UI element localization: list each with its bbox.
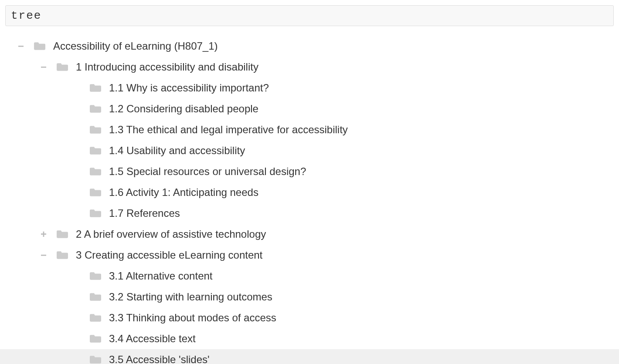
expand-icon[interactable]: + [38,229,49,239]
folder-icon [90,83,101,93]
tree-label: 2 A brief overview of assistive technolo… [76,228,266,240]
collapse-icon[interactable]: − [16,41,26,51]
folder-icon [90,313,101,323]
collapse-icon[interactable]: − [38,62,49,72]
tree-label: 1.4 Usability and accessibility [109,145,245,157]
folder-icon [34,41,45,51]
tree-label: 1 Introducing accessibility and disabili… [76,61,258,73]
folder-icon [90,125,101,135]
folder-icon [90,188,101,197]
folder-icon [90,167,101,176]
tree-label: 3.3 Thinking about modes of access [109,312,276,324]
tree-label: 3.5 Accessible 'slides' [109,354,210,364]
tree-row-section-1[interactable]: − 1 Introducing accessibility and disabi… [0,57,619,78]
folder-icon [90,104,101,114]
folder-icon [57,62,68,72]
tree-row-item[interactable]: 1.5 Special resources or universal desig… [0,161,619,182]
tree-row-section-3[interactable]: − 3 Creating accessible eLearning conten… [0,245,619,266]
folder-icon [90,146,101,155]
tree-row-section-2[interactable]: + 2 A brief overview of assistive techno… [0,224,619,245]
folder-icon [57,250,68,260]
folder-icon [90,271,101,281]
search-input[interactable] [5,5,614,26]
tree-label: 3 Creating accessible eLearning content [76,249,262,261]
tree-row-item[interactable]: 1.6 Activity 1: Anticipating needs [0,182,619,203]
tree-label: 1.2 Considering disabled people [109,103,258,115]
folder-icon [57,229,68,239]
tree-label: 3.4 Accessible text [109,333,196,345]
folder-icon [90,292,101,302]
tree-row-item[interactable]: 1.3 The ethical and legal imperative for… [0,119,619,140]
tree-row-item[interactable]: 1.7 References [0,203,619,224]
folder-icon [90,334,101,344]
tree-row-item[interactable]: 1.2 Considering disabled people [0,98,619,119]
tree-label: 3.2 Starting with learning outcomes [109,291,272,303]
tree-row-item[interactable]: 3.5 Accessible 'slides' [0,349,619,364]
tree-row-item[interactable]: 3.3 Thinking about modes of access [0,307,619,328]
tree-label: 3.1 Alternative content [109,270,213,282]
collapse-icon[interactable]: − [38,250,49,260]
folder-icon [90,355,101,364]
tree-row-item[interactable]: 3.2 Starting with learning outcomes [0,286,619,307]
folder-icon [90,209,101,218]
tree-row-item[interactable]: 3.1 Alternative content [0,266,619,286]
tree-label: 1.5 Special resources or universal desig… [109,165,306,178]
tree-label: 1.1 Why is accessibility important? [109,82,269,94]
tree-row-root[interactable]: − Accessibility of eLearning (H807_1) [0,36,619,57]
tree-label: 1.6 Activity 1: Anticipating needs [109,186,258,199]
tree-row-item[interactable]: 1.4 Usability and accessibility [0,140,619,161]
tree-row-item[interactable]: 3.4 Accessible text [0,328,619,349]
tree-row-item[interactable]: 1.1 Why is accessibility important? [0,78,619,98]
tree-label: 1.7 References [109,207,180,219]
tree-view: − Accessibility of eLearning (H807_1) − … [0,31,619,364]
tree-label: 1.3 The ethical and legal imperative for… [109,124,348,136]
tree-label: Accessibility of eLearning (H807_1) [53,40,218,52]
